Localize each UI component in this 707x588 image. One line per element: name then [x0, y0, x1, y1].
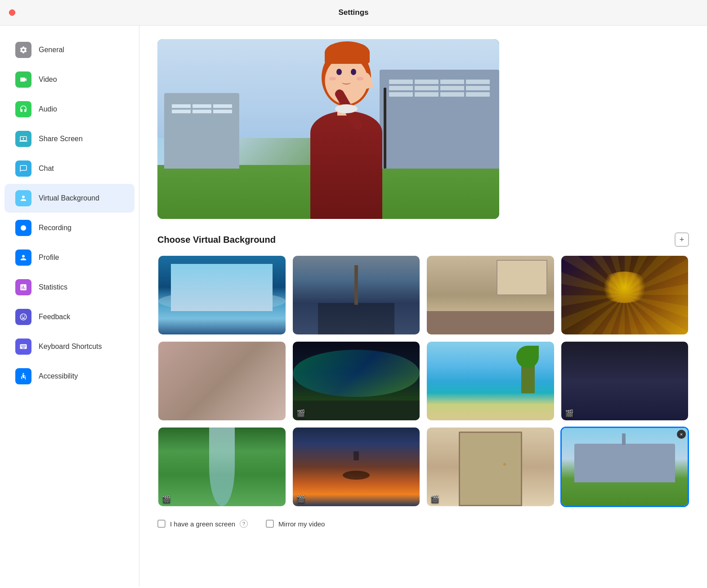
preview-container: [157, 39, 499, 219]
plus-icon: +: [680, 235, 685, 245]
sidebar-item-recording[interactable]: Recording: [4, 214, 134, 242]
sidebar-item-virtual-background[interactable]: Virtual Background: [4, 184, 134, 213]
recording-icon: [15, 220, 31, 236]
sidebar-item-audio[interactable]: Audio: [4, 95, 134, 124]
background-item-bg6[interactable]: 🎬: [292, 341, 421, 421]
sidebar-item-keyboard-shortcuts[interactable]: Keyboard Shortcuts: [4, 332, 134, 361]
svg-point-1: [23, 373, 24, 374]
share-screen-label: Share Screen: [39, 135, 83, 143]
preview-background: [157, 39, 499, 219]
green-screen-checkbox[interactable]: [157, 520, 166, 528]
sidebar-item-feedback[interactable]: Feedback: [4, 303, 134, 331]
virtual-background-label: Virtual Background: [39, 194, 99, 202]
background-item-bg10[interactable]: 🎬: [292, 427, 421, 507]
background-item-bg12[interactable]: ×: [560, 427, 689, 507]
video-icon: [15, 71, 31, 88]
keyboard-shortcuts-icon: [15, 339, 31, 355]
section-title: Choose Virtual Background: [157, 235, 276, 245]
sidebar: GeneralVideoAudioShare ScreenChatVirtual…: [0, 26, 139, 587]
virtual-background-icon: [15, 190, 31, 206]
accessibility-icon: [15, 368, 31, 384]
green-screen-option[interactable]: I have a green screen ?: [157, 520, 248, 528]
background-item-bg4[interactable]: [560, 255, 689, 335]
recording-label: Recording: [39, 224, 72, 232]
sidebar-item-statistics[interactable]: Statistics: [4, 273, 134, 302]
content-area: Choose Virtual Background + 🎬 🎬 🎬 🎬 🎬: [139, 26, 707, 587]
svg-point-0: [21, 225, 26, 231]
remove-background-button[interactable]: ×: [677, 430, 686, 439]
mirror-video-label: Mirror my video: [278, 520, 325, 528]
right-building: [380, 70, 499, 169]
share-screen-icon: [15, 131, 31, 147]
help-icon[interactable]: ?: [240, 520, 248, 528]
mirror-video-option[interactable]: Mirror my video: [266, 520, 325, 528]
add-background-button[interactable]: +: [675, 232, 689, 247]
video-background-icon: 🎬: [162, 495, 171, 503]
statistics-label: Statistics: [39, 283, 67, 291]
background-item-bg3[interactable]: [426, 255, 555, 335]
background-item-bg2[interactable]: [292, 255, 421, 335]
main-container: GeneralVideoAudioShare ScreenChatVirtual…: [0, 26, 707, 587]
video-label: Video: [39, 76, 57, 84]
background-item-bg9[interactable]: 🎬: [157, 427, 286, 507]
background-item-bg5[interactable]: [157, 341, 286, 421]
backgrounds-grid: 🎬 🎬 🎬 🎬 🎬 ×: [157, 255, 689, 507]
avatar-character: [301, 57, 391, 219]
background-item-bg11[interactable]: 🎬: [426, 427, 555, 507]
mirror-video-checkbox[interactable]: [266, 520, 274, 528]
audio-icon: [15, 101, 31, 117]
feedback-label: Feedback: [39, 313, 70, 321]
video-background-icon: 🎬: [296, 495, 305, 503]
profile-label: Profile: [39, 254, 59, 262]
statistics-icon: [15, 279, 31, 295]
video-background-icon: 🎬: [296, 409, 305, 418]
window-title: Settings: [338, 8, 368, 17]
background-item-bg8[interactable]: 🎬: [560, 341, 689, 421]
general-icon: [15, 42, 31, 58]
keyboard-shortcuts-label: Keyboard Shortcuts: [39, 343, 102, 351]
sidebar-item-general[interactable]: General: [4, 36, 134, 64]
sidebar-item-chat[interactable]: Chat: [4, 154, 134, 183]
section-header: Choose Virtual Background +: [157, 232, 689, 247]
background-item-bg1[interactable]: [157, 255, 286, 335]
options-row: I have a green screen ? Mirror my video: [157, 520, 689, 528]
chat-icon: [15, 160, 31, 177]
sidebar-item-profile[interactable]: Profile: [4, 243, 134, 272]
sidebar-item-video[interactable]: Video: [4, 65, 134, 94]
general-label: General: [39, 46, 64, 54]
feedback-icon: [15, 309, 31, 325]
background-item-bg7[interactable]: [426, 341, 555, 421]
accessibility-label: Accessibility: [39, 372, 78, 380]
chat-label: Chat: [39, 165, 54, 173]
title-bar: Settings: [0, 0, 707, 26]
video-background-icon: 🎬: [565, 409, 574, 418]
green-screen-label: I have a green screen: [170, 520, 235, 528]
video-background-icon: 🎬: [430, 495, 439, 503]
sidebar-item-share-screen[interactable]: Share Screen: [4, 125, 134, 153]
profile-icon: [15, 249, 31, 266]
close-button[interactable]: [9, 9, 15, 16]
sidebar-item-accessibility[interactable]: Accessibility: [4, 362, 134, 391]
audio-label: Audio: [39, 105, 57, 113]
left-building: [164, 93, 239, 169]
